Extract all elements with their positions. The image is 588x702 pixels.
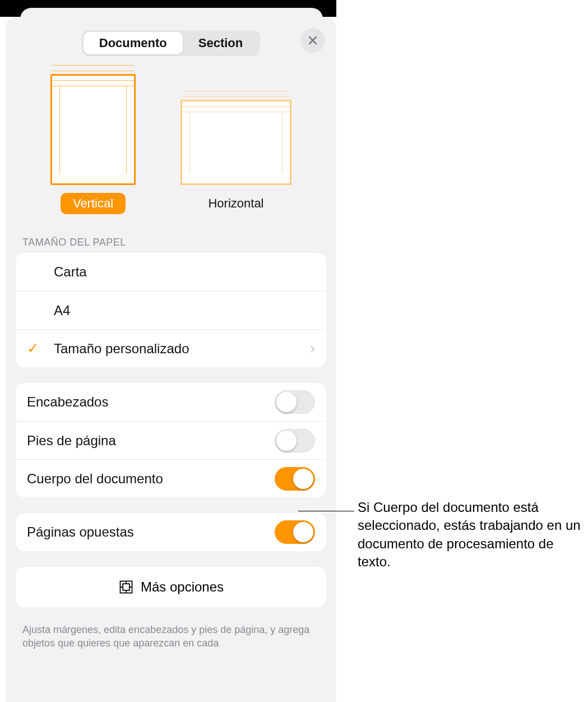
document-toggles: Encabezados Pies de página Cuerpo del do… [16,383,326,497]
orientation-vertical-label: Vertical [61,193,126,214]
orientation-selector: Vertical Horizontal [6,68,336,230]
toggle-label: Encabezados [27,394,275,410]
margins-icon [118,579,134,595]
paper-size-header: TAMAÑO DEL PAPEL [6,230,336,253]
paper-option-custom[interactable]: ✓ Tamaño personalizado › [16,329,326,367]
tab-section[interactable]: Section [183,32,258,54]
svg-rect-1 [123,584,129,590]
toggle-label: Cuerpo del documento [27,471,275,487]
more-options-card: Más opciones [16,567,326,607]
paper-size-list: Carta A4 ✓ Tamaño personalizado › [16,253,326,367]
more-options-button[interactable]: Más opciones [16,567,326,607]
tab-documento[interactable]: Documento [84,32,183,54]
landscape-thumb-icon [180,100,291,185]
facing-pages-toggle[interactable] [275,520,315,544]
check-icon: ✓ [27,340,54,357]
toggle-label: Pies de página [27,433,275,449]
orientation-horizontal[interactable]: Horizontal [180,74,291,214]
facing-pages-card: Páginas opuestas [16,513,326,551]
document-options-panel: Documento Section Vertical Horizontal TA… [6,17,336,702]
paper-option-carta[interactable]: Carta [16,253,326,291]
paper-option-label: A4 [54,303,315,318]
paper-option-label: Carta [54,264,315,280]
close-icon [307,35,318,46]
footer-help-text: Ajusta márgenes, edita encabezados y pie… [6,623,336,650]
panel-header: Documento Section [6,27,336,68]
callout-leader-line [298,511,354,511]
paper-option-label: Tamaño personalizado [54,341,310,357]
body-toggle[interactable] [275,467,315,491]
portrait-thumb-icon [50,74,136,185]
orientation-vertical[interactable]: Vertical [50,74,136,214]
footers-toggle[interactable] [275,429,315,452]
orientation-horizontal-label: Horizontal [196,193,276,214]
toggle-label: Páginas opuestas [27,524,275,540]
more-options-label: Más opciones [141,579,224,595]
chevron-right-icon: › [310,340,315,357]
tab-switcher: Documento Section [82,30,260,56]
callout-annotation: Si Cuerpo del documento está seleccionad… [358,498,582,571]
headers-toggle[interactable] [275,390,315,414]
toggle-row-body: Cuerpo del documento [16,459,326,497]
paper-option-a4[interactable]: A4 [16,291,326,329]
toggle-row-facing: Páginas opuestas [16,513,326,551]
toggle-row-footers: Pies de página [16,421,326,459]
toggle-row-headers: Encabezados [16,383,326,421]
close-button[interactable] [300,28,325,53]
